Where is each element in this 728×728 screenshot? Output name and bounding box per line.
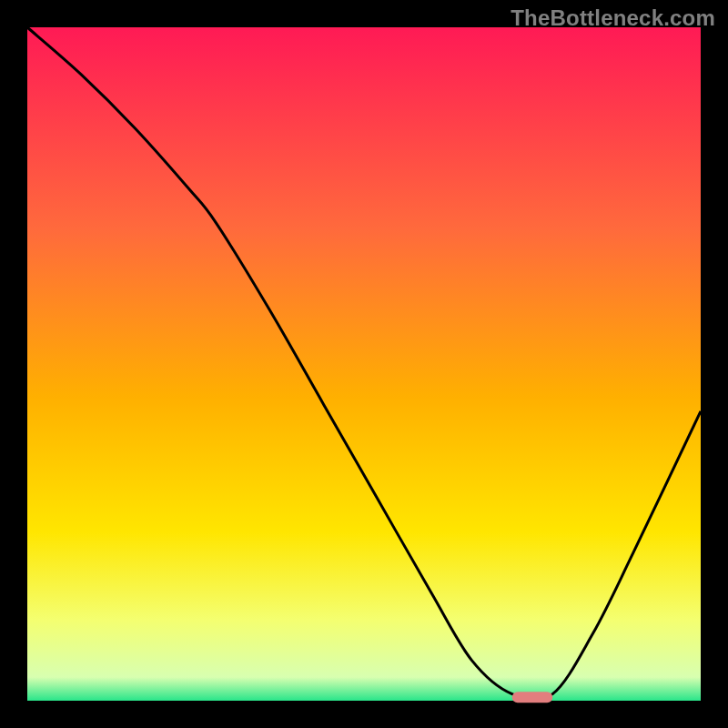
plot-background <box>27 27 701 701</box>
optimal-range-marker <box>512 692 552 703</box>
chart-frame: TheBottleneck.com <box>0 0 728 728</box>
chart-svg <box>0 0 728 728</box>
